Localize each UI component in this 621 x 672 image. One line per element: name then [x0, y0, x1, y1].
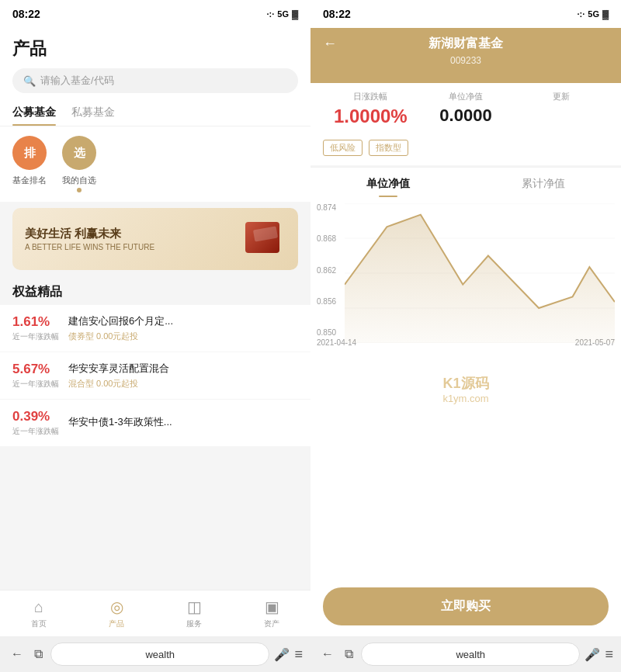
fund-stat-change: 日涨跌幅 1.0000%: [323, 91, 418, 127]
signal-icon-right: ·:·: [578, 9, 585, 19]
browser-bar-left: ← ⧉ wealth 🎤 ≡: [0, 636, 310, 672]
battery-right: ▓: [602, 9, 609, 19]
watchlist-dot: [77, 188, 82, 192]
nav-products[interactable]: ◎ 产品: [102, 594, 130, 632]
nav-assets[interactable]: ▣ 资产: [258, 594, 286, 632]
browser-tab-right[interactable]: ⧉: [342, 644, 356, 664]
change-value: 1.0000%: [323, 106, 418, 127]
assets-icon: ▣: [265, 598, 279, 616]
products-icon: ◎: [110, 598, 123, 616]
battery-left: ▓: [292, 9, 298, 19]
status-bar-right: 08:22 ·:· 5G ▓: [310, 0, 621, 28]
watchlist-circle: 选: [62, 136, 96, 170]
fund-chart: [345, 203, 615, 343]
browser-mic-right[interactable]: 🎤: [585, 647, 600, 662]
fund-header: ← 新湖财富基金 009233: [310, 28, 621, 83]
chart-area: K1源码 k1ym.com 0.874 0.868 0.862 0.856 0.…: [310, 197, 621, 580]
tab-private-fund[interactable]: 私募基金: [71, 106, 115, 126]
nav-services-label: 服务: [186, 618, 202, 629]
fund-tags: 低风险 指数型: [310, 135, 621, 165]
fund-list: 1.61% 近一年涨跌幅 建信安心回报6个月定... 债券型 0.00元起投 5…: [0, 305, 310, 447]
status-bar-left: 08:22 ·:· 5G ▓: [0, 0, 310, 28]
promo-banner[interactable]: 美好生活 利赢未来 A BETTER LIFE WINS THE FUTURE: [12, 208, 298, 270]
tag-low-risk: 低风险: [323, 140, 363, 156]
chart-fill: [345, 215, 615, 343]
back-button[interactable]: ←: [323, 36, 337, 52]
nav-products-label: 产品: [109, 618, 124, 629]
fund-header-top: ← 新湖财富基金: [323, 36, 609, 52]
network-left: 5G: [277, 9, 289, 19]
banner-title: 美好生活 利赢未来: [25, 227, 154, 241]
fund-stats-row: 日涨跌幅 1.0000% 单位净值 0.0000 更新: [310, 83, 621, 135]
fund-return-2: 0.39% 近一年涨跌幅: [12, 409, 59, 437]
left-phone: 08:22 ·:· 5G ▓ 产品 🔍 请输入基金/代码 公募基金 私募基金: [0, 0, 310, 672]
fund-code: 009233: [323, 55, 609, 66]
time-left: 08:22: [12, 8, 40, 20]
home-icon: ⌂: [34, 598, 43, 616]
chart-tab-cumulative-nav[interactable]: 累计净值: [466, 168, 621, 197]
browser-back-left[interactable]: ←: [8, 644, 26, 664]
time-right: 08:22: [323, 8, 351, 20]
fund-detail-title: 新湖财富基金: [345, 36, 587, 52]
buy-button[interactable]: 立即购买: [323, 587, 609, 625]
nav-value: 0.0000: [418, 106, 514, 126]
right-phone: 08:22 ·:· 5G ▓ ← 新湖财富基金 009233 日涨跌幅 1.00…: [310, 0, 621, 672]
fund-tabs: 公募基金 私募基金: [0, 99, 310, 126]
nav-home[interactable]: ⌂ 首页: [25, 595, 53, 632]
browser-address-right[interactable]: wealth: [361, 643, 580, 666]
status-icons-left: ·:· 5G ▓: [267, 9, 299, 19]
status-icons-right: ·:· 5G ▓: [578, 9, 609, 19]
fund-return-0: 1.61% 近一年涨跌幅: [12, 314, 59, 342]
banner-text: 美好生活 利赢未来 A BETTER LIFE WINS THE FUTURE: [25, 227, 154, 251]
search-bar[interactable]: 🔍 请输入基金/代码: [12, 68, 298, 93]
tab-public-fund[interactable]: 公募基金: [12, 106, 56, 126]
nav-assets-label: 资产: [264, 618, 279, 629]
nav-services[interactable]: ◫ 服务: [180, 594, 208, 632]
buy-button-area: 立即购买: [310, 580, 621, 636]
fund-return-1: 5.67% 近一年涨跌幅: [12, 362, 59, 390]
fund-info-0: 建信安心回报6个月定... 债券型 0.00元起投: [68, 314, 298, 342]
bottom-nav-left: ⌂ 首页 ◎ 产品 ◫ 服务 ▣ 资产: [0, 590, 310, 636]
network-right: 5G: [588, 9, 599, 19]
browser-mic-left[interactable]: 🎤: [274, 647, 290, 662]
fund-item-1[interactable]: 5.67% 近一年涨跌幅 华安安享灵活配置混合 混合型 0.00元起投: [0, 352, 310, 400]
signal-icon-left: ·:·: [267, 9, 275, 19]
fund-item-0[interactable]: 1.61% 近一年涨跌幅 建信安心回报6个月定... 债券型 0.00元起投: [0, 305, 310, 352]
nav-home-label: 首页: [31, 618, 47, 629]
search-icon: 🔍: [23, 75, 36, 87]
services-icon: ◫: [187, 598, 202, 616]
fund-stat-nav: 单位净值 0.0000: [418, 91, 514, 127]
tag-index-type: 指数型: [369, 140, 408, 156]
page-title: 产品: [12, 37, 298, 61]
chart-tabs: 单位净值 累计净值: [310, 167, 621, 197]
page-header: 产品 🔍 请输入基金/代码: [0, 28, 310, 99]
fund-item-2[interactable]: 0.39% 近一年涨跌幅 华安中债1-3年政策性...: [0, 400, 310, 447]
quick-actions: 排 基金排名 选 我的自选: [0, 126, 310, 202]
ranking-circle: 排: [12, 136, 47, 170]
fund-info-2: 华安中债1-3年政策性...: [68, 415, 298, 431]
browser-back-right[interactable]: ←: [318, 644, 337, 664]
action-ranking[interactable]: 排 基金排名: [12, 136, 47, 192]
chart-tab-unit-nav[interactable]: 单位净值: [310, 168, 466, 197]
browser-tab-left[interactable]: ⧉: [31, 644, 46, 664]
fund-info-1: 华安安享灵活配置混合 混合型 0.00元起投: [68, 362, 298, 390]
watermark: K1源码 k1ym.com: [442, 373, 488, 404]
browser-address-left[interactable]: wealth: [50, 643, 269, 666]
browser-menu-right[interactable]: ≡: [605, 646, 613, 663]
y-axis-labels: 0.874 0.868 0.862 0.856 0.850: [317, 203, 345, 337]
main-content-left: 产品 🔍 请输入基金/代码 公募基金 私募基金 排 基金排名: [0, 28, 310, 590]
section-title-equity: 权益精品: [0, 276, 310, 305]
banner-shine: [253, 226, 278, 241]
search-placeholder: 请输入基金/代码: [40, 74, 114, 88]
banner-image: [239, 218, 286, 261]
ranking-label: 基金排名: [12, 175, 47, 186]
banner-box: [245, 222, 279, 253]
fund-stat-update: 更新: [513, 91, 609, 127]
browser-menu-left[interactable]: ≡: [294, 646, 303, 663]
watchlist-label: 我的自选: [62, 175, 96, 186]
browser-bar-right: ← ⧉ wealth 🎤 ≡: [310, 636, 621, 672]
action-watchlist[interactable]: 选 我的自选: [62, 136, 96, 192]
banner-subtitle: A BETTER LIFE WINS THE FUTURE: [25, 243, 154, 251]
